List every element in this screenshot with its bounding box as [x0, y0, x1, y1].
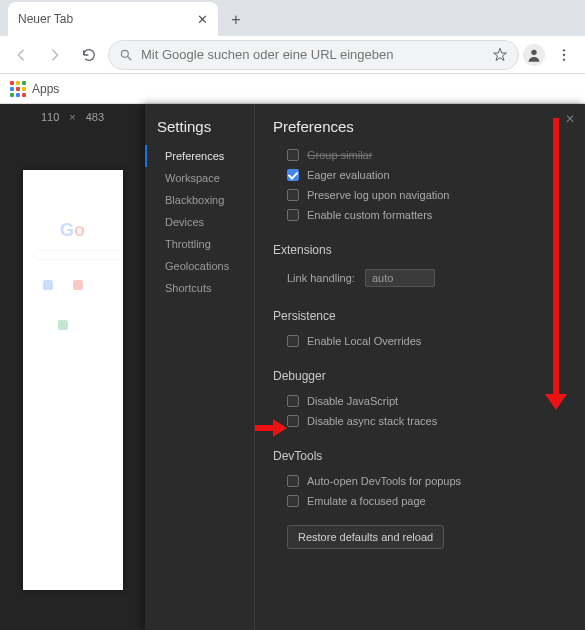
settings-sidebar-item[interactable]: Geolocations: [157, 255, 254, 277]
omnibox-input[interactable]: [141, 47, 484, 62]
apps-label[interactable]: Apps: [32, 82, 59, 96]
devtools-settings-panel: ✕ Settings PreferencesWorkspaceBlackboxi…: [145, 104, 585, 630]
checkbox-icon[interactable]: [287, 495, 299, 507]
checkbox-label: Preserve log upon navigation: [307, 189, 449, 201]
section-title: DevTools: [273, 449, 567, 463]
checkbox-icon[interactable]: [287, 395, 299, 407]
device-preview-column: 110 × 483 Go: [0, 104, 145, 630]
tab-strip: Neuer Tab ✕ +: [0, 0, 585, 36]
apps-icon[interactable]: [10, 81, 26, 97]
checkbox-icon[interactable]: [287, 169, 299, 181]
link-handling-select[interactable]: auto: [365, 269, 435, 287]
device-dimensions-bar: 110 × 483: [0, 104, 145, 130]
checkbox-row[interactable]: Group similar: [273, 145, 567, 165]
forward-button[interactable]: [40, 40, 70, 70]
svg-point-6: [531, 49, 536, 54]
checkbox-icon[interactable]: [287, 189, 299, 201]
reload-button[interactable]: [74, 40, 104, 70]
checkbox-row[interactable]: Preserve log upon navigation: [273, 185, 567, 205]
search-icon: [119, 48, 133, 62]
settings-content: Preferences Group similarEager evaluatio…: [255, 104, 585, 630]
checkbox-row[interactable]: Disable async stack traces: [273, 411, 567, 431]
checkbox-icon[interactable]: [287, 209, 299, 221]
checkbox-icon[interactable]: [287, 335, 299, 347]
profile-avatar[interactable]: [523, 44, 545, 66]
preferences-heading: Preferences: [273, 118, 567, 135]
checkbox-label: Group similar: [307, 149, 372, 161]
section-title: Extensions: [273, 243, 567, 257]
menu-button[interactable]: [549, 40, 579, 70]
checkbox-row[interactable]: Enable custom formatters: [273, 205, 567, 225]
settings-sidebar-item[interactable]: Preferences: [145, 145, 254, 167]
close-tab-icon[interactable]: ✕: [197, 12, 208, 27]
device-height[interactable]: 483: [86, 111, 104, 123]
checkbox-row[interactable]: Disable JavaScript: [273, 391, 567, 411]
svg-line-5: [128, 56, 132, 60]
checkbox-row[interactable]: Auto-open DevTools for popups: [273, 471, 567, 491]
new-tab-button[interactable]: +: [222, 6, 250, 34]
checkbox-label: Enable custom formatters: [307, 209, 432, 221]
settings-title: Settings: [157, 118, 254, 135]
section-title: Debugger: [273, 369, 567, 383]
checkbox-label: Disable async stack traces: [307, 415, 437, 427]
settings-sidebar: Settings PreferencesWorkspaceBlackboxing…: [145, 104, 255, 630]
omnibox[interactable]: [108, 40, 519, 70]
star-icon[interactable]: [492, 47, 508, 63]
settings-sidebar-item[interactable]: Workspace: [157, 167, 254, 189]
checkbox-icon[interactable]: [287, 475, 299, 487]
restore-defaults-button[interactable]: Restore defaults and reload: [287, 525, 444, 549]
checkbox-label: Eager evaluation: [307, 169, 390, 181]
device-width[interactable]: 110: [41, 111, 59, 123]
page-preview: Go: [23, 170, 123, 590]
settings-sidebar-item[interactable]: Throttling: [157, 233, 254, 255]
checkbox-label: Disable JavaScript: [307, 395, 398, 407]
svg-point-7: [563, 49, 565, 51]
section-title: Persistence: [273, 309, 567, 323]
dimension-x-icon: ×: [69, 111, 75, 123]
settings-sidebar-item[interactable]: Devices: [157, 211, 254, 233]
checkbox-label: Auto-open DevTools for popups: [307, 475, 461, 487]
tab-title: Neuer Tab: [18, 12, 73, 26]
checkbox-row[interactable]: Eager evaluation: [273, 165, 567, 185]
checkbox-row[interactable]: Emulate a focused page: [273, 491, 567, 511]
annotation-arrow-right: [255, 423, 287, 433]
browser-toolbar: [0, 36, 585, 74]
checkbox-row[interactable]: Enable Local Overrides: [273, 331, 567, 351]
checkbox-icon[interactable]: [287, 415, 299, 427]
checkbox-label: Emulate a focused page: [307, 495, 426, 507]
checkbox-icon[interactable]: [287, 149, 299, 161]
preview-overlay: [23, 170, 123, 590]
svg-point-8: [563, 53, 565, 55]
field-label: Link handling:: [287, 272, 355, 284]
settings-sidebar-item[interactable]: Shortcuts: [157, 277, 254, 299]
field-row: Link handling:auto: [273, 265, 567, 291]
devtools-area: 110 × 483 Go ✕ Settings PreferencesWorks…: [0, 104, 585, 630]
back-button[interactable]: [6, 40, 36, 70]
svg-point-4: [121, 50, 128, 57]
checkbox-label: Enable Local Overrides: [307, 335, 421, 347]
browser-tab[interactable]: Neuer Tab ✕: [8, 2, 218, 36]
bookmarks-bar: Apps: [0, 74, 585, 104]
annotation-arrow-down: [553, 118, 559, 398]
svg-point-9: [563, 58, 565, 60]
settings-sidebar-item[interactable]: Blackboxing: [157, 189, 254, 211]
